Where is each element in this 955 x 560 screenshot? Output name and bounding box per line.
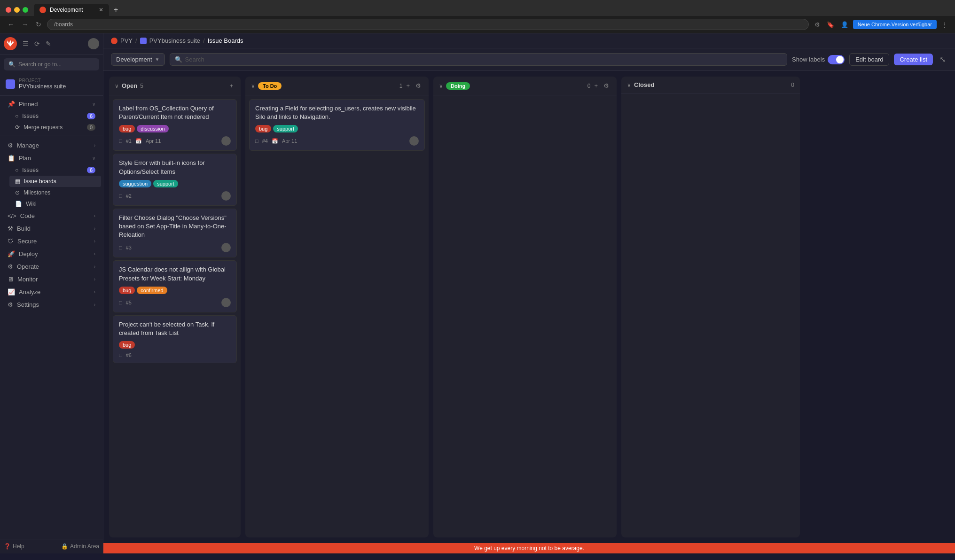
sidebar-item-monitor[interactable]: 🖥 Monitor › <box>2 273 101 286</box>
sidebar-merge-btn[interactable]: ⟳ <box>32 38 42 49</box>
todo-settings-btn[interactable]: ⚙ <box>414 81 423 90</box>
sidebar-item-plan[interactable]: 📋 Plan ∨ <box>2 152 101 164</box>
card-3-avatar <box>221 243 231 252</box>
sidebar-item-issue-boards[interactable]: ▦ Issue boards <box>9 176 101 187</box>
tag-bug: bug <box>119 125 135 132</box>
browser-ext-btn-2[interactable]: 🔖 <box>825 20 836 29</box>
sidebar-item-manage[interactable]: ⚙ Manage › <box>2 139 101 152</box>
analyze-label: Analyze <box>19 288 40 296</box>
sidebar-item-secure[interactable]: 🛡 Secure › <box>2 235 101 248</box>
board-search-icon: 🔍 <box>175 56 182 63</box>
breadcrumb-project-icon <box>140 38 147 44</box>
breadcrumb-sep-2: / <box>203 37 205 44</box>
analyze-icon: 📈 <box>8 288 15 296</box>
breadcrumb-org[interactable]: PVY <box>120 37 133 44</box>
nav-refresh-btn[interactable]: ↻ <box>34 20 43 29</box>
gitlab-logo[interactable] <box>4 37 17 50</box>
card-1[interactable]: Label from OS_Collection Query of Parent… <box>113 99 237 151</box>
active-tab[interactable]: Development ✕ <box>34 4 109 16</box>
column-doing: ∨ Doing 0 + ⚙ <box>433 77 617 537</box>
closed-collapse-btn[interactable]: ∨ <box>627 82 631 88</box>
card-5[interactable]: JS Calendar does not allign with Global … <box>113 260 237 312</box>
traffic-light-red[interactable] <box>6 7 11 13</box>
browser-menu-btn[interactable]: ⋮ <box>939 20 949 29</box>
help-button[interactable]: ❓ Help <box>4 543 57 550</box>
card-5-footer: □ #5 <box>119 298 231 307</box>
chrome-update-btn[interactable]: Neue Chrome-Version verfügbar <box>853 20 937 29</box>
card-1-title: Label from OS_Collection Query of Parent… <box>119 104 231 121</box>
create-list-button[interactable]: Create list <box>894 54 933 65</box>
browser-ext-btn-1[interactable]: ⚙ <box>813 20 822 29</box>
card-todo-1-avatar <box>409 136 419 146</box>
card-1-footer: □ #1 📅 Apr 11 <box>119 136 231 146</box>
sidebar-item-settings[interactable]: ⚙ Settings › <box>2 298 101 311</box>
app-container: ☰ ⟳ ✎ 🔍 Search or go to... Project PVYbu… <box>0 33 955 553</box>
browser-ext-btn-3[interactable]: 👤 <box>839 20 850 29</box>
project-name[interactable]: PVYbusiness suite <box>19 83 66 90</box>
nav-back-btn[interactable]: ← <box>6 20 16 29</box>
todo-add-btn[interactable]: + <box>404 81 412 90</box>
doing-collapse-btn[interactable]: ∨ <box>439 83 443 89</box>
sidebar-item-merge-requests[interactable]: ⟳ Merge requests 0 <box>9 122 101 133</box>
breadcrumb-project[interactable]: PVYbusiness suite <box>149 37 200 44</box>
card-3-title: Filter Choose Dialog "Choose Versions" b… <box>119 214 231 240</box>
manage-label: Manage <box>17 142 39 149</box>
user-avatar[interactable] <box>88 38 99 49</box>
card-todo-1[interactable]: Creating a Field for selecting os_users,… <box>249 99 425 151</box>
closed-column-body <box>621 93 800 537</box>
doing-settings-btn[interactable]: ⚙ <box>602 81 611 90</box>
manage-icon: ⚙ <box>8 142 13 149</box>
issues-icon: ○ <box>15 113 18 119</box>
expand-button[interactable]: ⤡ <box>938 54 947 65</box>
doing-add-btn[interactable]: + <box>592 81 600 90</box>
operate-label: Operate <box>17 263 39 270</box>
card-6-tags: bug <box>119 341 231 349</box>
card-2[interactable]: Style Error with built-in icons for Opti… <box>113 154 237 205</box>
sidebar-item-issues-pinned[interactable]: ○ Issues 6 <box>9 110 101 122</box>
open-count: 5 <box>140 83 143 89</box>
card-3[interactable]: Filter Choose Dialog "Choose Versions" b… <box>113 209 237 258</box>
edit-board-button[interactable]: Edit board <box>849 53 889 66</box>
sidebar-home-btn[interactable]: ☰ <box>21 38 31 49</box>
pin-icon: 📌 <box>8 101 15 108</box>
issue-icon-6: □ <box>119 352 122 358</box>
card-6[interactable]: Project can't be selected on Task, if cr… <box>113 315 237 363</box>
tab-close-btn[interactable]: ✕ <box>99 7 103 13</box>
sidebar-item-deploy[interactable]: 🚀 Deploy › <box>2 248 101 260</box>
pinned-label: Pinned <box>19 101 38 108</box>
traffic-light-green[interactable] <box>23 7 28 13</box>
card-todo-1-tags: bug support <box>255 125 419 132</box>
sidebar-item-analyze[interactable]: 📈 Analyze › <box>2 286 101 298</box>
todo-collapse-btn[interactable]: ∨ <box>251 83 255 89</box>
url-bar[interactable]: /boards <box>47 19 809 30</box>
traffic-light-yellow[interactable] <box>14 7 20 13</box>
browser-actions: ⚙ 🔖 👤 Neue Chrome-Version verfügbar ⋮ <box>813 20 949 29</box>
tag-bug-6: bug <box>119 341 135 349</box>
open-add-btn[interactable]: + <box>227 81 235 90</box>
card-5-avatar <box>221 298 231 307</box>
boards-icon: ▦ <box>15 178 20 185</box>
merge-label: Merge requests <box>23 124 63 131</box>
milestones-label: Milestones <box>23 189 50 196</box>
sidebar-item-wiki[interactable]: 📄 Wiki <box>9 198 101 210</box>
plan-arrow: ∨ <box>92 156 95 161</box>
sidebar-item-operate[interactable]: ⚙ Operate › <box>2 260 101 273</box>
sidebar-item-issues[interactable]: ○ Issues 6 <box>9 164 101 176</box>
new-tab-button[interactable]: + <box>111 5 121 15</box>
settings-label: Settings <box>17 301 39 308</box>
sidebar-item-milestones[interactable]: ⊙ Milestones <box>9 187 101 198</box>
sidebar-edit-btn[interactable]: ✎ <box>44 38 53 49</box>
bottom-bar: We get up every morning not to be averag… <box>103 543 955 553</box>
analyze-arrow: › <box>94 289 95 295</box>
nav-forward-btn[interactable]: → <box>20 20 30 29</box>
sidebar-item-build[interactable]: ⚒ Build › <box>2 222 101 235</box>
open-collapse-btn[interactable]: ∨ <box>115 83 119 89</box>
labels-toggle-switch[interactable] <box>828 55 845 64</box>
search-bar[interactable]: 🔍 Search or go to... <box>4 58 99 70</box>
sidebar-item-code[interactable]: </> Code › <box>2 210 101 222</box>
closed-column-actions: 0 <box>791 82 794 88</box>
admin-area-button[interactable]: 🔒 Admin Area <box>61 543 99 550</box>
board-search[interactable]: 🔍 Search <box>170 53 788 66</box>
project-icon <box>6 79 15 89</box>
board-selector[interactable]: Development ▼ <box>111 53 165 66</box>
